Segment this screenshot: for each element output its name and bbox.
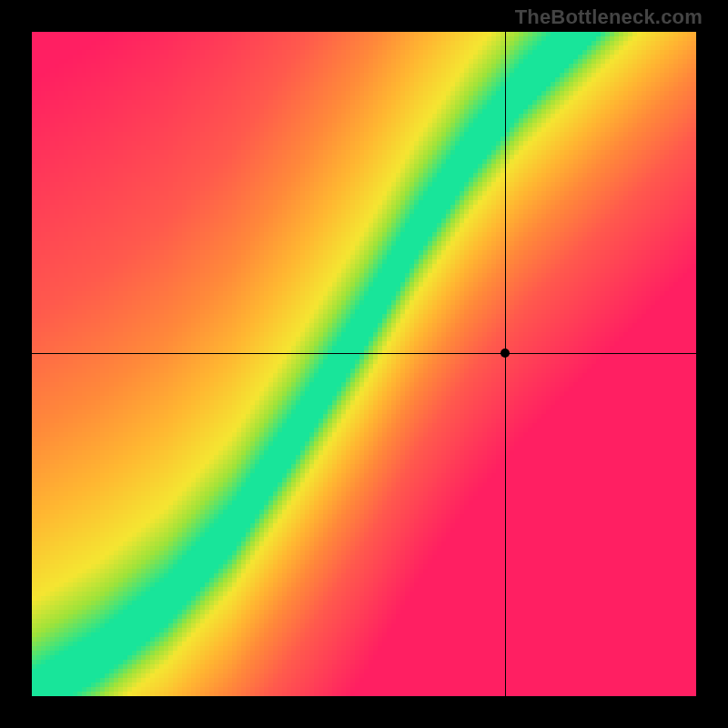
watermark-text: TheBottleneck.com [515,5,703,29]
crosshair-marker [500,349,510,358]
crosshair-horizontal [32,353,696,354]
crosshair-vertical [505,32,506,696]
heatmap-plot [32,32,696,696]
heatmap-canvas [32,32,696,696]
